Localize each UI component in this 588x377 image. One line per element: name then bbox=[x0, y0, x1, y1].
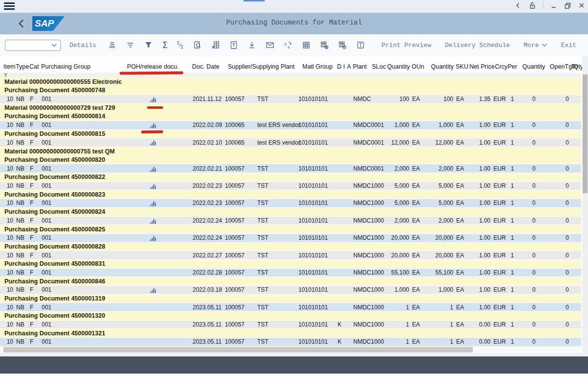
sort-descending-icon[interactable] bbox=[126, 41, 135, 50]
cell-poh bbox=[115, 138, 191, 147]
item-row[interactable]: 10NBF0012022.02.24100057TST101010101NMDC… bbox=[0, 216, 581, 225]
export-spreadsheet-icon[interactable] bbox=[211, 41, 220, 50]
document-group-row[interactable]: Purchasing Document 4500000825 bbox=[0, 225, 581, 234]
col-doc-date[interactable]: Doc. Date bbox=[191, 61, 223, 73]
chart-icon[interactable] bbox=[150, 123, 156, 128]
document-group-row[interactable]: Purchasing Document 4500000815 bbox=[0, 129, 581, 138]
document-group-row[interactable]: Purchasing Document 4500001321 bbox=[0, 329, 581, 338]
document-group-row[interactable]: Purchasing Document 4500000823 bbox=[0, 190, 581, 199]
find-in-list-icon[interactable] bbox=[193, 41, 202, 50]
col-poh-release[interactable]: POH/release docu. bbox=[115, 61, 191, 73]
print-preview-button[interactable]: Print Preview bbox=[382, 42, 431, 49]
minimize-icon[interactable] bbox=[550, 2, 557, 9]
back-icon[interactable] bbox=[514, 2, 521, 9]
document-group-row[interactable]: Purchasing Document 4500000831 bbox=[0, 259, 581, 268]
document-group-row[interactable]: Purchasing Document 4500000846 bbox=[0, 277, 581, 286]
col-supplier[interactable]: Supplier/Supplying Plant bbox=[223, 61, 297, 73]
col-item[interactable]: Item bbox=[0, 61, 15, 73]
chart-icon[interactable] bbox=[150, 166, 156, 172]
item-row[interactable]: 10NBF0012022.02.28100057TST101010101NMDC… bbox=[0, 268, 581, 277]
col-net-price[interactable]: Net Price bbox=[468, 61, 492, 73]
horizontal-scrollbar[interactable] bbox=[0, 346, 581, 352]
item-row[interactable]: 10NBF0012022.02.23100057TST101010101NMDC… bbox=[0, 199, 581, 208]
chart-icon[interactable] bbox=[150, 201, 156, 206]
item-row[interactable]: 10NBF0012022.02.21100057TST101010101NMDC… bbox=[0, 164, 581, 173]
col-a[interactable]: A bbox=[346, 61, 352, 73]
views-grid-icon[interactable] bbox=[302, 41, 311, 50]
hamburger-menu-icon[interactable] bbox=[4, 2, 15, 10]
mini-filter-icon[interactable] bbox=[3, 73, 8, 77]
col-sku[interactable]: SKU bbox=[455, 61, 468, 73]
cell-plant: NMDC bbox=[352, 164, 369, 173]
item-row[interactable]: 10NBF0012023.05.11100057TST101010101KNMD… bbox=[0, 338, 581, 347]
chart-icon[interactable] bbox=[150, 183, 156, 189]
col-type[interactable]: Type bbox=[15, 61, 28, 73]
details-button[interactable]: Details bbox=[70, 42, 97, 49]
subtotal-icon[interactable]: Σ⁄Σ bbox=[177, 39, 183, 51]
material-group-row[interactable]: Material 000000000000000555 Electronic bbox=[0, 77, 581, 86]
sum-icon[interactable]: Σ bbox=[162, 41, 168, 50]
col-open-quantity[interactable]: Quantity bbox=[515, 61, 537, 73]
horizontal-scrollbar-thumb[interactable] bbox=[3, 347, 473, 352]
item-row[interactable]: 10NBF0012022.03.18100057TST101010101NMDC… bbox=[0, 286, 581, 295]
cell-tocut bbox=[570, 199, 581, 208]
more-button[interactable]: More bbox=[524, 42, 547, 49]
chart-icon[interactable] bbox=[150, 140, 156, 146]
document-group-row[interactable]: Purchasing Document 4500000748 bbox=[0, 86, 581, 95]
col-purchasing-group[interactable]: Purchasing Group bbox=[40, 61, 115, 73]
cell-open: 0 bbox=[515, 199, 537, 208]
vertical-scrollbar-thumb[interactable] bbox=[583, 75, 588, 193]
col-d-i[interactable]: D I bbox=[336, 61, 346, 73]
layout-save-icon[interactable] bbox=[338, 41, 347, 50]
document-group-row[interactable]: Purchasing Document 4500000820 bbox=[0, 155, 581, 164]
material-group-row[interactable]: Material 000000000000000755 test QM bbox=[0, 147, 581, 156]
document-group-row[interactable]: Purchasing Document 4500000828 bbox=[0, 242, 581, 251]
col-per[interactable]: Per bbox=[507, 61, 515, 73]
layout-combobox[interactable] bbox=[5, 40, 61, 51]
item-row[interactable]: 10NBF0012021.11.12100057TST101010101NMDC… bbox=[0, 95, 581, 103]
col-oun[interactable]: OUn bbox=[411, 61, 424, 73]
vertical-scrollbar[interactable] bbox=[582, 74, 588, 346]
col-sloc[interactable]: SLoc bbox=[369, 61, 386, 73]
close-icon[interactable] bbox=[578, 2, 585, 9]
restore-window-icon[interactable] bbox=[564, 2, 571, 9]
column-header-row[interactable]: Item Type Cat Purchasing Group POH/relea… bbox=[0, 61, 581, 73]
chart-icon[interactable] bbox=[150, 97, 156, 102]
unlock-icon[interactable] bbox=[528, 1, 536, 9]
col-cat[interactable]: Cat bbox=[28, 61, 40, 73]
item-row[interactable]: 10NBF0012022.02.23100057TST101010101NMDC… bbox=[0, 181, 581, 190]
document-group-row[interactable]: Purchasing Document 4500000814 bbox=[0, 112, 581, 121]
col-plant[interactable]: Plant bbox=[352, 61, 369, 73]
filter-strip-row[interactable] bbox=[0, 73, 581, 77]
document-group-row[interactable]: Purchasing Document 4500001319 bbox=[0, 294, 581, 303]
material-group-row[interactable]: Material 000000000000000729 test 729 bbox=[0, 103, 581, 112]
chart-icon[interactable] bbox=[150, 235, 156, 241]
col-matl-group[interactable]: Matl Group bbox=[297, 61, 336, 73]
document-group-row[interactable]: Purchasing Document 4500000824 bbox=[0, 207, 581, 216]
cell-sku: EA bbox=[455, 181, 468, 190]
col-quantity-sku[interactable]: Quantity bbox=[424, 61, 455, 73]
info-icon[interactable] bbox=[356, 41, 365, 50]
document-group-row[interactable]: Purchasing Document 4500001320 bbox=[0, 312, 581, 321]
change-layout-abc-icon[interactable]: Ab bbox=[284, 41, 293, 50]
chart-icon[interactable] bbox=[150, 218, 156, 224]
item-row[interactable]: 10NBF0012022.02.27100057TST101010101NMDC… bbox=[0, 251, 581, 260]
chart-icon[interactable] bbox=[150, 287, 156, 293]
filter-icon[interactable] bbox=[144, 41, 153, 50]
item-row[interactable]: 10NBF0012023.05.11100057TST101010101KNMD… bbox=[0, 320, 581, 329]
email-icon[interactable] bbox=[266, 41, 274, 50]
cell-net: 1.00 bbox=[468, 199, 492, 208]
item-row[interactable]: 10NBF0012022.02.24100057TST101010101NMDC… bbox=[0, 233, 581, 242]
col-quantity[interactable]: Quantity bbox=[386, 61, 411, 73]
exit-button[interactable]: Exit bbox=[561, 42, 576, 49]
cell-supnum: 100057 bbox=[223, 338, 256, 347]
layout-manage-icon[interactable] bbox=[320, 41, 329, 50]
word-processing-icon[interactable] bbox=[229, 41, 238, 50]
download-icon[interactable] bbox=[247, 41, 256, 50]
delivery-schedule-button[interactable]: Delivery Schedule bbox=[445, 42, 510, 49]
document-group-row[interactable]: Purchasing Document 4500000822 bbox=[0, 173, 581, 182]
sort-ascending-icon[interactable] bbox=[108, 41, 117, 50]
item-row[interactable]: 10NBF0012022.02.10100065test ERS vendor1… bbox=[0, 138, 581, 147]
item-row[interactable]: 10NBF0012022.02.09100065test ERS vendor1… bbox=[0, 121, 581, 129]
item-row[interactable]: 10NBF0012023.05.11100057TST101010101NMDC… bbox=[0, 303, 581, 312]
